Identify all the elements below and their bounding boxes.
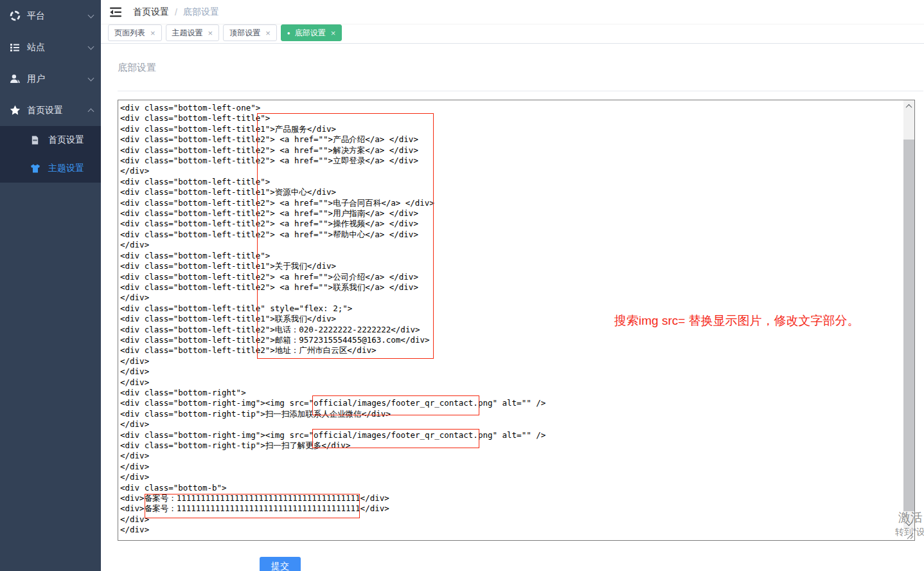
submit-button[interactable]: 提交 (260, 557, 301, 571)
code-line: </div> (120, 377, 903, 388)
code-line: </div> (120, 166, 903, 176)
code-line: </div> (120, 514, 903, 525)
breadcrumb: 首页设置 / 底部设置 (133, 6, 219, 18)
code-line: <div class="bottom-left-title2"> <a href… (120, 272, 903, 282)
close-icon[interactable]: × (208, 29, 213, 37)
scroll-up-button[interactable] (903, 101, 914, 112)
breadcrumb-current: 底部设置 (183, 6, 219, 18)
code-line: <div class="bottom-left-one"> (120, 103, 903, 113)
code-line: <div class="bottom-left-title"> (120, 251, 903, 261)
code-line: </div> (120, 367, 903, 377)
sidebar: 平台 站点 用户 首页设置 (0, 0, 101, 571)
code-line: <div class="bottom-left-title2"> <a href… (120, 145, 903, 156)
tab-bar: ● 页面列表 × ● 主题设置 × ● 顶部设置 × ● 底部设置 × (101, 24, 924, 44)
top-header: 首页设置 / 底部设置 (101, 0, 924, 24)
active-dot-icon: ● (287, 30, 290, 36)
code-line: <div class="bottom-left-title1">关于我们</di… (120, 261, 903, 271)
code-line: <div class="bottom-right-img"><img src="… (120, 398, 903, 408)
star-icon (9, 105, 21, 116)
site-icon (9, 42, 21, 53)
sidebar-item-homepage-settings[interactable]: 首页设置 (0, 95, 101, 126)
breadcrumb-root[interactable]: 首页设置 (133, 6, 169, 18)
code-line: <div class="bottom-right-img"><img src="… (120, 430, 903, 440)
close-icon[interactable]: × (265, 29, 271, 37)
annotation-note: 搜索img src= 替换显示图片，修改文字部分。 (614, 313, 860, 329)
app-window: 平台 站点 用户 首页设置 (0, 0, 924, 571)
code-line: <div class="bottom-left-title1">产品服务</di… (120, 124, 903, 134)
sidebar-subitem-theme-settings[interactable]: 主题设置 (0, 154, 101, 183)
sidebar-subitem-label: 主题设置 (48, 163, 84, 174)
code-line: </div> (120, 462, 903, 472)
platform-icon (9, 10, 21, 22)
code-line: <div class="bottom-left-title2"> <a href… (120, 219, 903, 229)
code-line: </div> (120, 419, 903, 430)
close-icon[interactable]: × (331, 29, 336, 37)
code-line: <div class="bottom-right"> (120, 388, 903, 398)
chevron-down-icon (88, 75, 94, 81)
sidebar-item-label: 站点 (27, 42, 89, 53)
page-title: 底部设置 (118, 62, 156, 74)
tshirt-icon (30, 163, 40, 174)
code-line: <div class="bottom-left-title2">邮箱：95723… (120, 335, 903, 345)
user-icon (9, 73, 21, 85)
code-line: <div class="bottom-left-title"> (120, 177, 903, 187)
tab-label: 顶部设置 (229, 28, 260, 39)
resize-grip[interactable] (903, 529, 914, 540)
vertical-scrollbar[interactable] (903, 100, 914, 529)
code-line: <div class="bottom-left-title2"> <a href… (120, 208, 903, 219)
code-line: <div class="bottom-left-title2"> <a href… (120, 282, 903, 293)
code-line: <div class="bottom-left-title1">资源中心</di… (120, 187, 903, 197)
tab-label: 主题设置 (172, 28, 203, 39)
close-icon[interactable]: × (150, 29, 155, 37)
sidebar-item-label: 用户 (27, 73, 89, 85)
chevron-down-icon (88, 43, 94, 50)
sidebar-item-label: 平台 (27, 10, 89, 22)
divider (118, 91, 923, 91)
code-line: <div class="bottom-right-tip">扫一扫了解更多</d… (120, 440, 903, 451)
sidebar-item-platform[interactable]: 平台 (0, 0, 101, 32)
chevron-up-icon (88, 109, 94, 115)
sidebar-submenu: 首页设置 主题设置 (0, 126, 101, 183)
tab-label: 底部设置 (295, 28, 326, 39)
code-line: </div> (120, 240, 903, 250)
code-line: <div class="bottom-left-title2">地址：广州市白云… (120, 345, 903, 356)
code-line: <div class="bottom-left-title2"> <a href… (120, 156, 903, 166)
code-line: <div>备案号：1111111111111111111111111111111… (120, 493, 903, 503)
code-line: <div class="bottom-b"> (120, 483, 903, 493)
code-line: <div class="bottom-left-title2"> <a href… (120, 198, 903, 208)
footer-html-editor[interactable]: <div class="bottom-left-one"><div class=… (118, 100, 915, 541)
scrollbar-thumb[interactable] (903, 140, 914, 511)
scroll-down-button[interactable] (903, 518, 914, 529)
code-line: </div> (120, 525, 903, 535)
code-line: <div class="bottom-left-title2"> <a href… (120, 134, 903, 145)
sidebar-subitem-homepage-settings[interactable]: 首页设置 (0, 126, 101, 154)
chevron-down-icon (906, 520, 912, 526)
tab-label: 页面列表 (114, 28, 145, 39)
code-line: </div> (120, 293, 903, 303)
tab-theme-settings[interactable]: ● 主题设置 × (166, 24, 220, 41)
code-line: <div class="bottom-right-tip">扫一扫添加联系人企业… (120, 409, 903, 419)
breadcrumb-separator: / (175, 7, 177, 17)
code-line: </div> (120, 451, 903, 461)
chevron-up-icon (906, 104, 912, 111)
sidebar-item-site[interactable]: 站点 (0, 32, 101, 63)
tab-page-list[interactable]: ● 页面列表 × (108, 24, 162, 41)
sidebar-item-user[interactable]: 用户 (0, 63, 101, 95)
main-area: 首页设置 / 底部设置 ● 页面列表 × ● 主题设置 × ● 顶部设置 × (101, 0, 924, 571)
tab-top-settings[interactable]: ● 顶部设置 × (223, 24, 277, 41)
chevron-down-icon (88, 12, 94, 18)
tab-bottom-settings[interactable]: ● 底部设置 × (281, 24, 342, 41)
code-line: <div class="bottom-left-title2"> <a href… (120, 230, 903, 240)
sidebar-subitem-label: 首页设置 (48, 134, 84, 146)
code-line: </div> (120, 356, 903, 367)
document-icon (30, 135, 40, 145)
code-line: <div class="bottom-left-title"> (120, 113, 903, 123)
sidebar-item-label: 首页设置 (27, 105, 89, 116)
code-line: </div> (120, 472, 903, 482)
code-line: <div>备案号：1111111111111111111111111111111… (120, 503, 903, 514)
collapse-sidebar-icon[interactable] (109, 6, 122, 18)
